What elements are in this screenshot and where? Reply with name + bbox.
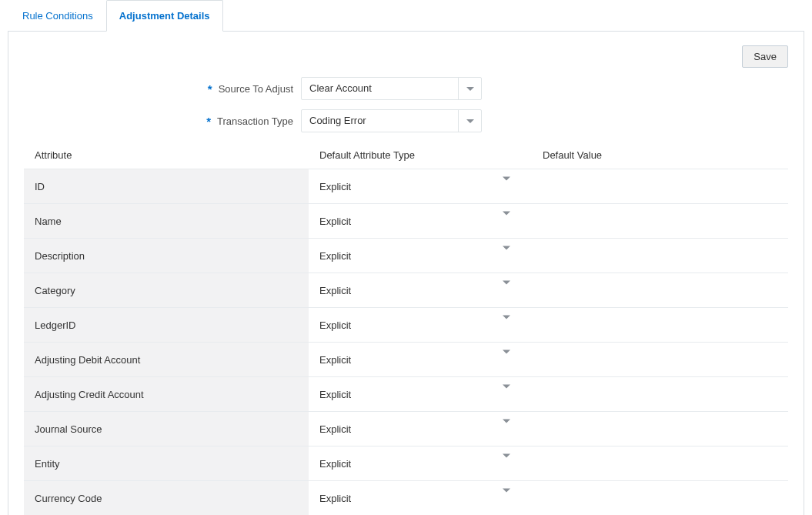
table-row: Adjusting Debit AccountExplicit [24, 343, 788, 377]
default-attribute-type-value: Explicit [319, 423, 351, 435]
attributes-table: Attribute Default Attribute Type Default… [24, 142, 788, 515]
chevron-down-icon [458, 110, 481, 132]
cell-default-value[interactable] [532, 412, 788, 446]
cell-default-attribute-type[interactable]: Explicit [309, 481, 532, 516]
cell-attribute: Adjusting Credit Account [24, 377, 309, 412]
cell-default-attribute-type[interactable]: Explicit [309, 343, 532, 377]
required-indicator-icon: * [208, 82, 212, 95]
cell-attribute: Category [24, 273, 309, 308]
select-transaction-type-value: Coding Error [302, 110, 458, 132]
default-attribute-type-value: Explicit [319, 458, 351, 470]
cell-default-value[interactable] [532, 204, 788, 239]
adjustment-details-panel: Save * Source To Adjust Clear Account * … [8, 31, 804, 515]
tab-bar: Rule Conditions Adjustment Details [0, 0, 812, 32]
table-row: LedgerIDExplicit [24, 308, 788, 343]
cell-default-attribute-type[interactable]: Explicit [309, 169, 532, 204]
default-attribute-type-value: Explicit [319, 389, 351, 400]
chevron-down-icon[interactable] [503, 423, 510, 435]
cell-default-attribute-type[interactable]: Explicit [309, 446, 532, 481]
required-indicator-icon: * [206, 115, 211, 128]
cell-default-value[interactable] [532, 308, 788, 343]
cell-attribute: ID [24, 169, 309, 204]
cell-default-value[interactable] [532, 377, 788, 412]
column-header-attribute: Attribute [24, 142, 309, 169]
table-row: DescriptionExplicit [24, 239, 788, 273]
table-row: NameExplicit [24, 204, 788, 239]
cell-attribute: Entity [24, 446, 309, 481]
chevron-down-icon[interactable] [503, 285, 510, 296]
chevron-down-icon[interactable] [503, 493, 510, 504]
default-attribute-type-value: Explicit [319, 181, 351, 192]
default-attribute-type-value: Explicit [319, 285, 351, 296]
table-row: Adjusting Credit AccountExplicit [24, 377, 788, 412]
chevron-down-icon[interactable] [503, 319, 510, 331]
save-button[interactable]: Save [742, 45, 788, 68]
chevron-down-icon[interactable] [503, 458, 510, 470]
table-row: Currency CodeExplicit [24, 481, 788, 516]
select-source-to-adjust[interactable]: Clear Account [301, 77, 482, 100]
tab-rule-conditions[interactable]: Rule Conditions [9, 0, 106, 32]
toolbar: Save [24, 45, 788, 68]
cell-default-attribute-type[interactable]: Explicit [309, 308, 532, 343]
chevron-down-icon[interactable] [503, 216, 510, 227]
cell-default-value[interactable] [532, 273, 788, 308]
chevron-down-icon[interactable] [503, 354, 510, 366]
table-row: CategoryExplicit [24, 273, 788, 308]
cell-attribute: Name [24, 204, 309, 239]
chevron-down-icon [458, 78, 481, 99]
cell-default-attribute-type[interactable]: Explicit [309, 204, 532, 239]
table-row: IDExplicit [24, 169, 788, 204]
chevron-down-icon[interactable] [503, 389, 510, 400]
column-header-default-value: Default Value [532, 142, 788, 169]
cell-default-attribute-type[interactable]: Explicit [309, 239, 532, 273]
cell-default-attribute-type[interactable]: Explicit [309, 412, 532, 446]
chevron-down-icon[interactable] [503, 250, 510, 262]
table-row: EntityExplicit [24, 446, 788, 481]
column-header-default-attribute-type: Default Attribute Type [309, 142, 532, 169]
cell-default-value[interactable] [532, 169, 788, 204]
table-row: Journal SourceExplicit [24, 412, 788, 446]
select-transaction-type[interactable]: Coding Error [301, 109, 482, 132]
default-attribute-type-value: Explicit [319, 354, 351, 366]
tab-adjustment-details[interactable]: Adjustment Details [106, 0, 223, 32]
default-attribute-type-value: Explicit [319, 216, 351, 227]
cell-attribute: Adjusting Debit Account [24, 343, 309, 377]
default-attribute-type-value: Explicit [319, 250, 351, 262]
cell-attribute: LedgerID [24, 308, 309, 343]
form-row-transaction-type: * Transaction Type Coding Error [24, 109, 788, 132]
default-attribute-type-value: Explicit [319, 319, 351, 331]
cell-default-attribute-type[interactable]: Explicit [309, 377, 532, 412]
label-source-to-adjust: Source To Adjust [219, 83, 293, 95]
cell-attribute: Currency Code [24, 481, 309, 516]
cell-attribute: Journal Source [24, 412, 309, 446]
cell-default-value[interactable] [532, 481, 788, 516]
form-row-source-to-adjust: * Source To Adjust Clear Account [24, 77, 788, 100]
cell-default-attribute-type[interactable]: Explicit [309, 273, 532, 308]
chevron-down-icon[interactable] [503, 181, 510, 192]
label-transaction-type: Transaction Type [217, 115, 293, 127]
cell-default-value[interactable] [532, 343, 788, 377]
default-attribute-type-value: Explicit [319, 493, 351, 504]
cell-default-value[interactable] [532, 446, 788, 481]
cell-attribute: Description [24, 239, 309, 273]
cell-default-value[interactable] [532, 239, 788, 273]
select-source-to-adjust-value: Clear Account [302, 78, 458, 99]
